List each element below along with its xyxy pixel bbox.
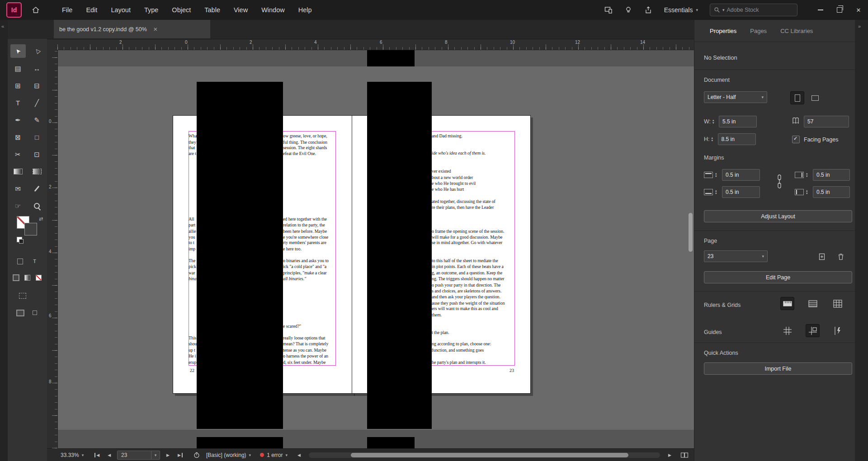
collapse-right-icon[interactable]: »: [858, 24, 861, 29]
zoom-level-dropdown[interactable]: 33.33% ▾: [61, 452, 84, 458]
last-page-button[interactable]: ▶: [176, 453, 183, 457]
screen-mode-flyout-icon[interactable]: [31, 309, 38, 316]
orientation-portrait-button[interactable]: [790, 91, 804, 104]
width-stepper[interactable]: ▴▾: [712, 119, 717, 124]
page-tool[interactable]: ▤: [10, 61, 26, 75]
menu-help[interactable]: Help: [292, 0, 319, 20]
vertical-scrollbar-thumb[interactable]: [689, 213, 693, 252]
spread-view-icon[interactable]: [680, 452, 689, 458]
zoom-tool[interactable]: [29, 199, 45, 212]
margin-left-field[interactable]: 0.5 in: [813, 186, 850, 198]
tab-properties[interactable]: Properties: [710, 28, 736, 34]
close-tab-icon[interactable]: ✕: [153, 26, 158, 33]
menu-type[interactable]: Type: [137, 0, 165, 20]
apply-gradient-button[interactable]: [24, 274, 31, 281]
pencil-tool[interactable]: ✎: [29, 113, 45, 127]
view-options-icon[interactable]: [19, 292, 26, 299]
width-field[interactable]: 5.5 in: [719, 116, 757, 127]
share-icon[interactable]: [641, 2, 656, 18]
tab-cc-libraries[interactable]: CC Libraries: [780, 28, 813, 34]
gradient-feather-tool[interactable]: [29, 165, 45, 178]
rectangle-tool[interactable]: □: [29, 130, 45, 144]
facing-pages-checkbox[interactable]: [792, 136, 800, 143]
formatting-affects-text-icon[interactable]: T: [31, 258, 38, 265]
margin-top-field[interactable]: 0.5 in: [722, 169, 760, 181]
margin-bottom-field[interactable]: 0.5 in: [722, 186, 760, 198]
restore-button[interactable]: [830, 0, 849, 20]
content-placer-tool[interactable]: ⊟: [29, 79, 45, 92]
tab-pages[interactable]: Pages: [750, 28, 767, 34]
formatting-affects-container-icon[interactable]: [17, 258, 24, 265]
lightbulb-icon[interactable]: [621, 2, 636, 18]
workspace-switcher[interactable]: Essentials ▾: [664, 6, 698, 14]
eyedropper-tool[interactable]: [29, 182, 45, 195]
rectangle-frame-tool[interactable]: ⊠: [10, 130, 26, 144]
margin-top-stepper[interactable]: ▴▾: [715, 172, 720, 178]
collapse-left-icon[interactable]: «: [1, 24, 4, 29]
menu-edit[interactable]: Edit: [79, 0, 104, 20]
chevron-down-icon[interactable]: ▾: [151, 451, 160, 459]
horizontal-ruler[interactable]: 202468101214: [57, 39, 694, 50]
document-canvas[interactable]: Whatheythatare tAllpartallieyouto timpTh…: [57, 50, 694, 448]
snap-guides-button[interactable]: [830, 324, 844, 337]
document-preset-dropdown[interactable]: Letter - Half▾: [704, 91, 767, 103]
stroke-swatch[interactable]: [24, 223, 37, 235]
preflight-error-dropdown[interactable]: 1 error ▾: [260, 452, 288, 458]
previous-page-button[interactable]: ◀: [106, 453, 113, 457]
next-page-button[interactable]: ▶: [165, 453, 171, 457]
menu-table[interactable]: Table: [198, 0, 227, 20]
selection-tool[interactable]: ➤: [10, 44, 26, 58]
apply-color-button[interactable]: [13, 274, 20, 281]
apply-none-button[interactable]: [35, 274, 42, 281]
margin-right-stepper[interactable]: ▴▾: [806, 172, 811, 178]
home-icon[interactable]: [28, 2, 43, 18]
content-collector-tool[interactable]: ⊞: [10, 79, 26, 92]
ruler-origin-corner[interactable]: [47, 39, 58, 50]
first-page-button[interactable]: ◀: [94, 453, 101, 457]
gradient-swatch-tool[interactable]: [10, 165, 26, 178]
menu-view[interactable]: View: [227, 0, 255, 20]
orientation-landscape-button[interactable]: [808, 91, 822, 104]
hand-tool[interactable]: ☞: [10, 199, 26, 212]
device-preview-icon[interactable]: [601, 2, 616, 18]
adjust-layout-button[interactable]: Adjust Layout: [704, 210, 852, 222]
scissors-tool[interactable]: ✂: [10, 147, 26, 161]
margin-left-stepper[interactable]: ▴▾: [806, 189, 811, 195]
page-number-box[interactable]: 23 ▾: [117, 451, 160, 460]
pen-tool[interactable]: ✒: [10, 113, 26, 127]
free-transform-tool[interactable]: ⊡: [29, 147, 45, 161]
scroll-left-button[interactable]: ◀: [296, 453, 302, 457]
page-number-dropdown[interactable]: 23▾: [704, 250, 768, 262]
menu-file[interactable]: File: [55, 0, 79, 20]
gap-tool[interactable]: ↔: [29, 61, 45, 75]
minimize-button[interactable]: [811, 0, 830, 20]
screen-mode-normal-icon[interactable]: [17, 309, 24, 316]
document-tab[interactable]: be the good v1.2 copy.indd @ 50% ✕: [54, 20, 210, 38]
swap-fill-stroke-icon[interactable]: ⇄: [39, 216, 43, 222]
height-field[interactable]: 8.5 in: [718, 133, 756, 145]
pages-count-field[interactable]: 57: [804, 116, 849, 127]
direct-selection-tool[interactable]: ▷: [29, 44, 45, 58]
link-margins-icon[interactable]: [776, 174, 783, 192]
vertical-ruler[interactable]: 02468: [47, 50, 58, 448]
height-stepper[interactable]: ▴▾: [712, 136, 716, 142]
edit-page-button[interactable]: Edit Page: [704, 271, 852, 283]
adobe-stock-search[interactable]: ▾ Adobe Stock: [710, 4, 797, 16]
baseline-grid-button[interactable]: [806, 297, 820, 310]
preflight-profile-dropdown[interactable]: [Basic] (working) ▾: [206, 452, 251, 458]
document-grid-button[interactable]: [830, 297, 844, 310]
note-tool[interactable]: ✉: [10, 182, 26, 195]
scroll-right-button[interactable]: ▶: [666, 453, 673, 457]
line-tool[interactable]: ╱: [29, 96, 45, 109]
menu-layout[interactable]: Layout: [104, 0, 137, 20]
menu-window[interactable]: Window: [255, 0, 292, 20]
margin-right-field[interactable]: 0.5 in: [813, 169, 850, 181]
show-guides-button[interactable]: [780, 324, 794, 337]
add-page-button[interactable]: [815, 250, 829, 263]
type-tool[interactable]: T: [10, 96, 26, 109]
default-fill-stroke-icon[interactable]: [17, 237, 22, 242]
delete-page-button[interactable]: [834, 250, 848, 263]
horizontal-scrollbar-thumb[interactable]: [351, 453, 628, 457]
close-button[interactable]: ✕: [849, 0, 868, 20]
horizontal-scrollbar[interactable]: [309, 452, 660, 458]
